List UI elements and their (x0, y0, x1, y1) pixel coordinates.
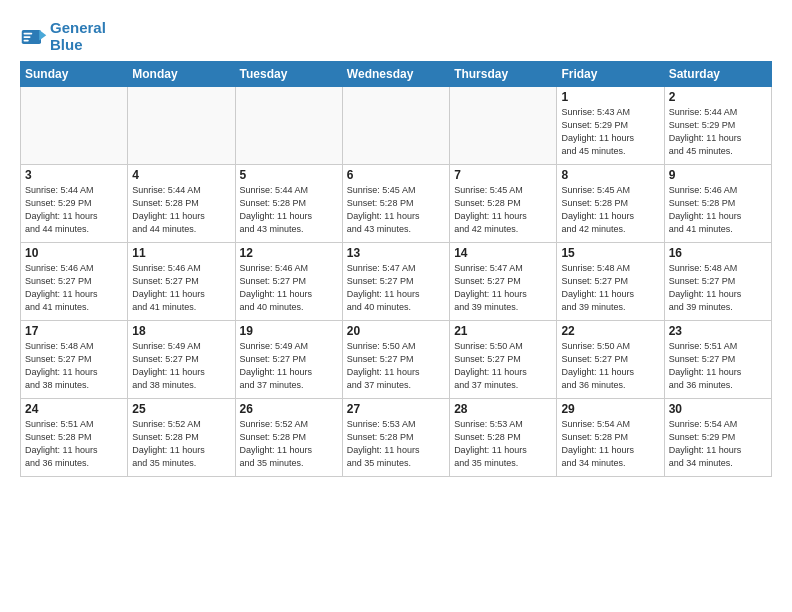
svg-rect-4 (24, 39, 29, 41)
calendar-cell: 3Sunrise: 5:44 AM Sunset: 5:29 PM Daylig… (21, 165, 128, 243)
weekday-header-tuesday: Tuesday (235, 62, 342, 87)
calendar-cell: 25Sunrise: 5:52 AM Sunset: 5:28 PM Dayli… (128, 399, 235, 477)
day-info: Sunrise: 5:54 AM Sunset: 5:28 PM Dayligh… (561, 418, 659, 470)
calendar-cell: 4Sunrise: 5:44 AM Sunset: 5:28 PM Daylig… (128, 165, 235, 243)
day-info: Sunrise: 5:48 AM Sunset: 5:27 PM Dayligh… (25, 340, 123, 392)
day-info: Sunrise: 5:45 AM Sunset: 5:28 PM Dayligh… (454, 184, 552, 236)
day-number: 24 (25, 402, 123, 416)
calendar-cell: 23Sunrise: 5:51 AM Sunset: 5:27 PM Dayli… (664, 321, 771, 399)
svg-rect-2 (24, 32, 33, 34)
calendar-cell: 17Sunrise: 5:48 AM Sunset: 5:27 PM Dayli… (21, 321, 128, 399)
day-number: 9 (669, 168, 767, 182)
day-info: Sunrise: 5:53 AM Sunset: 5:28 PM Dayligh… (347, 418, 445, 470)
day-info: Sunrise: 5:47 AM Sunset: 5:27 PM Dayligh… (347, 262, 445, 314)
day-number: 6 (347, 168, 445, 182)
day-info: Sunrise: 5:51 AM Sunset: 5:27 PM Dayligh… (669, 340, 767, 392)
header: General Blue (20, 16, 772, 53)
day-number: 29 (561, 402, 659, 416)
day-info: Sunrise: 5:49 AM Sunset: 5:27 PM Dayligh… (240, 340, 338, 392)
day-number: 13 (347, 246, 445, 260)
weekday-header-wednesday: Wednesday (342, 62, 449, 87)
calendar-cell: 16Sunrise: 5:48 AM Sunset: 5:27 PM Dayli… (664, 243, 771, 321)
calendar-week-3: 10Sunrise: 5:46 AM Sunset: 5:27 PM Dayli… (21, 243, 772, 321)
day-number: 1 (561, 90, 659, 104)
calendar-cell (450, 87, 557, 165)
day-info: Sunrise: 5:53 AM Sunset: 5:28 PM Dayligh… (454, 418, 552, 470)
day-info: Sunrise: 5:44 AM Sunset: 5:28 PM Dayligh… (240, 184, 338, 236)
calendar-cell: 11Sunrise: 5:46 AM Sunset: 5:27 PM Dayli… (128, 243, 235, 321)
calendar-cell (342, 87, 449, 165)
day-number: 3 (25, 168, 123, 182)
calendar-cell: 1Sunrise: 5:43 AM Sunset: 5:29 PM Daylig… (557, 87, 664, 165)
calendar-cell: 28Sunrise: 5:53 AM Sunset: 5:28 PM Dayli… (450, 399, 557, 477)
calendar-week-5: 24Sunrise: 5:51 AM Sunset: 5:28 PM Dayli… (21, 399, 772, 477)
calendar-cell: 10Sunrise: 5:46 AM Sunset: 5:27 PM Dayli… (21, 243, 128, 321)
calendar-cell (128, 87, 235, 165)
day-number: 11 (132, 246, 230, 260)
calendar-cell: 9Sunrise: 5:46 AM Sunset: 5:28 PM Daylig… (664, 165, 771, 243)
day-info: Sunrise: 5:48 AM Sunset: 5:27 PM Dayligh… (669, 262, 767, 314)
calendar-cell (21, 87, 128, 165)
day-info: Sunrise: 5:54 AM Sunset: 5:29 PM Dayligh… (669, 418, 767, 470)
day-info: Sunrise: 5:44 AM Sunset: 5:29 PM Dayligh… (669, 106, 767, 158)
day-info: Sunrise: 5:48 AM Sunset: 5:27 PM Dayligh… (561, 262, 659, 314)
day-info: Sunrise: 5:50 AM Sunset: 5:27 PM Dayligh… (347, 340, 445, 392)
day-number: 15 (561, 246, 659, 260)
weekday-header-friday: Friday (557, 62, 664, 87)
day-info: Sunrise: 5:46 AM Sunset: 5:27 PM Dayligh… (240, 262, 338, 314)
day-number: 19 (240, 324, 338, 338)
weekday-header-saturday: Saturday (664, 62, 771, 87)
day-number: 8 (561, 168, 659, 182)
calendar-cell: 2Sunrise: 5:44 AM Sunset: 5:29 PM Daylig… (664, 87, 771, 165)
day-number: 10 (25, 246, 123, 260)
day-info: Sunrise: 5:46 AM Sunset: 5:28 PM Dayligh… (669, 184, 767, 236)
calendar-cell: 21Sunrise: 5:50 AM Sunset: 5:27 PM Dayli… (450, 321, 557, 399)
calendar-table: SundayMondayTuesdayWednesdayThursdayFrid… (20, 61, 772, 477)
calendar-cell: 26Sunrise: 5:52 AM Sunset: 5:28 PM Dayli… (235, 399, 342, 477)
day-number: 27 (347, 402, 445, 416)
day-info: Sunrise: 5:46 AM Sunset: 5:27 PM Dayligh… (132, 262, 230, 314)
calendar-cell: 6Sunrise: 5:45 AM Sunset: 5:28 PM Daylig… (342, 165, 449, 243)
calendar-header-row: SundayMondayTuesdayWednesdayThursdayFrid… (21, 62, 772, 87)
day-number: 21 (454, 324, 552, 338)
calendar-cell: 20Sunrise: 5:50 AM Sunset: 5:27 PM Dayli… (342, 321, 449, 399)
logo-text: General Blue (50, 20, 106, 53)
day-number: 17 (25, 324, 123, 338)
day-number: 5 (240, 168, 338, 182)
day-number: 26 (240, 402, 338, 416)
day-number: 16 (669, 246, 767, 260)
calendar-cell: 27Sunrise: 5:53 AM Sunset: 5:28 PM Dayli… (342, 399, 449, 477)
calendar-week-1: 1Sunrise: 5:43 AM Sunset: 5:29 PM Daylig… (21, 87, 772, 165)
day-info: Sunrise: 5:51 AM Sunset: 5:28 PM Dayligh… (25, 418, 123, 470)
day-info: Sunrise: 5:46 AM Sunset: 5:27 PM Dayligh… (25, 262, 123, 314)
day-number: 18 (132, 324, 230, 338)
calendar-cell: 5Sunrise: 5:44 AM Sunset: 5:28 PM Daylig… (235, 165, 342, 243)
calendar-cell: 13Sunrise: 5:47 AM Sunset: 5:27 PM Dayli… (342, 243, 449, 321)
calendar-cell: 29Sunrise: 5:54 AM Sunset: 5:28 PM Dayli… (557, 399, 664, 477)
day-number: 2 (669, 90, 767, 104)
day-info: Sunrise: 5:52 AM Sunset: 5:28 PM Dayligh… (240, 418, 338, 470)
calendar-week-2: 3Sunrise: 5:44 AM Sunset: 5:29 PM Daylig… (21, 165, 772, 243)
day-number: 22 (561, 324, 659, 338)
day-info: Sunrise: 5:52 AM Sunset: 5:28 PM Dayligh… (132, 418, 230, 470)
calendar-cell: 15Sunrise: 5:48 AM Sunset: 5:27 PM Dayli… (557, 243, 664, 321)
logo: General Blue (20, 20, 106, 53)
day-number: 28 (454, 402, 552, 416)
calendar-cell: 18Sunrise: 5:49 AM Sunset: 5:27 PM Dayli… (128, 321, 235, 399)
day-info: Sunrise: 5:50 AM Sunset: 5:27 PM Dayligh… (454, 340, 552, 392)
day-info: Sunrise: 5:43 AM Sunset: 5:29 PM Dayligh… (561, 106, 659, 158)
calendar-week-4: 17Sunrise: 5:48 AM Sunset: 5:27 PM Dayli… (21, 321, 772, 399)
calendar-cell: 24Sunrise: 5:51 AM Sunset: 5:28 PM Dayli… (21, 399, 128, 477)
day-number: 7 (454, 168, 552, 182)
calendar-cell: 7Sunrise: 5:45 AM Sunset: 5:28 PM Daylig… (450, 165, 557, 243)
day-info: Sunrise: 5:45 AM Sunset: 5:28 PM Dayligh… (561, 184, 659, 236)
calendar-cell: 8Sunrise: 5:45 AM Sunset: 5:28 PM Daylig… (557, 165, 664, 243)
day-number: 20 (347, 324, 445, 338)
day-info: Sunrise: 5:50 AM Sunset: 5:27 PM Dayligh… (561, 340, 659, 392)
logo-icon (20, 23, 48, 51)
day-number: 12 (240, 246, 338, 260)
day-info: Sunrise: 5:47 AM Sunset: 5:27 PM Dayligh… (454, 262, 552, 314)
day-number: 23 (669, 324, 767, 338)
calendar-cell: 12Sunrise: 5:46 AM Sunset: 5:27 PM Dayli… (235, 243, 342, 321)
weekday-header-sunday: Sunday (21, 62, 128, 87)
